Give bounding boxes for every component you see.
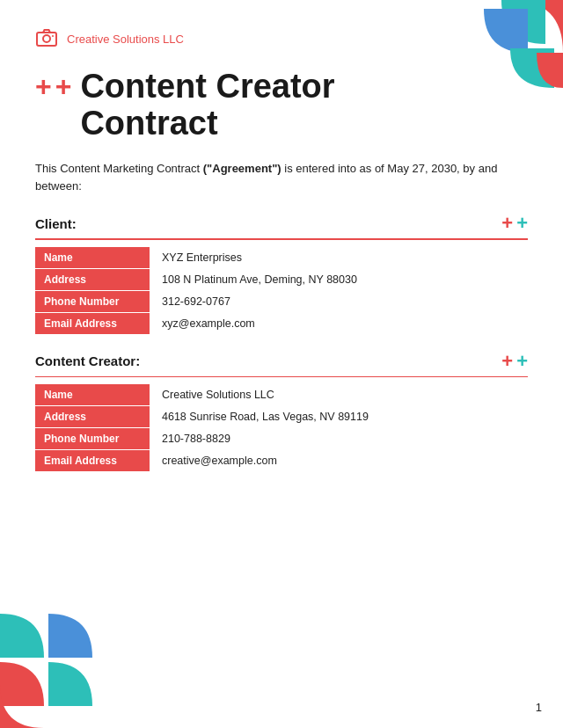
row-value: Creative Solutions LLC [150,384,528,406]
creator-plus-red: + [501,352,513,371]
table-row: Address4618 Sunrise Road, Las Vegas, NV … [35,406,528,428]
client-section: Client: + + NameXYZ EnterprisesAddress10… [35,214,528,334]
deco-bottom-left [0,614,176,728]
row-value: creative@example.com [150,450,528,472]
page-number: 1 [536,701,542,714]
client-table: NameXYZ EnterprisesAddress108 N Platinum… [35,247,528,334]
creator-divider [35,376,528,378]
table-row: Email Addresscreative@example.com [35,450,528,472]
row-label: Address [35,268,150,290]
table-row: Phone Number210-788-8829 [35,428,528,450]
svg-point-1 [43,35,50,42]
row-label: Name [35,384,150,406]
title-plus-2: + [55,72,72,100]
client-section-title: Client: [35,216,77,231]
table-row: Phone Number312-692-0767 [35,290,528,312]
creator-section-header: Content Creator: + + [35,352,528,371]
title-plus-icons: + + [35,72,71,100]
row-label: Phone Number [35,428,150,450]
main-title-block: Content Creator Contract [80,69,334,142]
svg-point-2 [52,35,54,37]
client-plus-red: + [501,214,513,233]
table-row: Address108 N Platinum Ave, Deming, NY 88… [35,268,528,290]
row-value: 108 N Platinum Ave, Deming, NY 88030 [150,268,528,290]
row-label: Name [35,247,150,269]
client-section-header: Client: + + [35,214,528,233]
page: Creative Solutions LLC + + Content Creat… [0,0,563,728]
row-label: Address [35,406,150,428]
row-value: 4618 Sunrise Road, Las Vegas, NV 89119 [150,406,528,428]
camera-icon [35,26,60,51]
creator-plus-icons: + + [501,352,528,371]
table-row: Email Addressxyz@example.com [35,312,528,334]
client-divider [35,238,528,240]
row-label: Phone Number [35,290,150,312]
row-value: xyz@example.com [150,312,528,334]
row-label: Email Address [35,312,150,334]
company-name: Creative Solutions LLC [67,33,184,46]
creator-section: Content Creator: + + NameCreative Soluti… [35,352,528,472]
creator-section-title: Content Creator: [35,353,140,368]
title-plus-1: + [35,72,52,100]
row-label: Email Address [35,450,150,472]
row-value: 312-692-0767 [150,290,528,312]
creator-table: NameCreative Solutions LLCAddress4618 Su… [35,384,528,471]
row-value: XYZ Enterprises [150,247,528,269]
main-title: Content Creator Contract [80,69,334,142]
row-value: 210-788-8829 [150,428,528,450]
table-row: NameXYZ Enterprises [35,247,528,269]
table-row: NameCreative Solutions LLC [35,384,528,406]
intro-text: This Content Marketing Contract ("Agreem… [35,160,528,197]
creator-plus-teal: + [516,352,528,371]
client-plus-teal: + [516,214,528,233]
deco-top-right [422,0,563,88]
client-plus-icons: + + [501,214,528,233]
